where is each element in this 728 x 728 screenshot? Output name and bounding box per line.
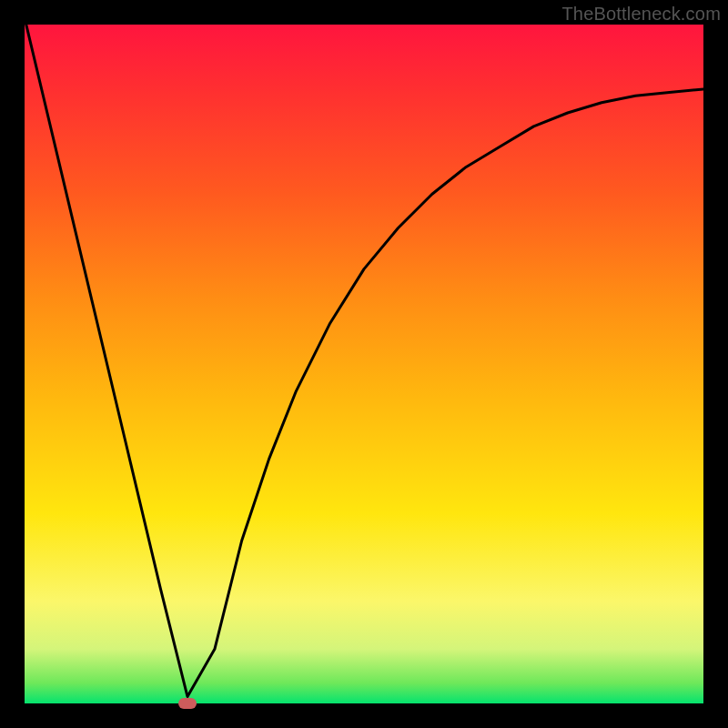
chart-container: TheBottleneck.com bbox=[0, 0, 728, 728]
curve-svg bbox=[25, 25, 703, 703]
watermark-label: TheBottleneck.com bbox=[561, 4, 721, 25]
bottleneck-marker bbox=[178, 698, 197, 709]
curve-path bbox=[25, 25, 703, 697]
plot-area bbox=[25, 25, 703, 703]
